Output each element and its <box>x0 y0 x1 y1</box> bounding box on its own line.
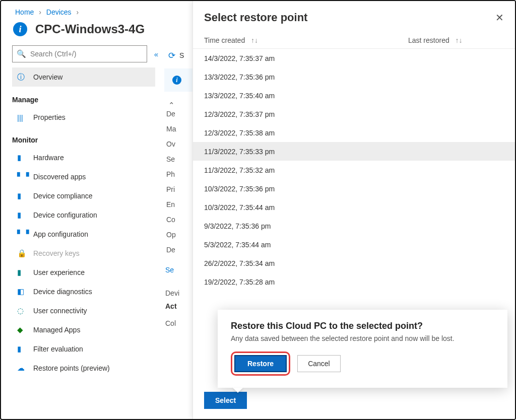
sidebar-item-label: Discovered apps <box>33 173 86 181</box>
sort-icon[interactable]: ↑↓ <box>456 36 463 44</box>
table-header: Time created ↑↓ Last restored ↑↓ <box>193 33 515 49</box>
collapse-sidebar-button[interactable]: « <box>154 50 155 58</box>
sidebar-item-overview[interactable]: ⓘ Overview <box>12 67 155 87</box>
restore-point-row[interactable]: 19/2/2022, 7:35:28 am <box>193 272 515 291</box>
sidebar: 🔍 « ⓘ Overview Manage |||Properties Moni… <box>1 44 160 417</box>
sidebar-item-label: Hardware <box>33 154 64 162</box>
restore-button[interactable]: Restore <box>234 355 287 372</box>
sidebar-item-label: Device compliance <box>33 192 93 200</box>
info-icon: ⓘ <box>17 73 28 82</box>
restore-point-row[interactable]: 10/3/2022, 7:35:44 am <box>193 198 515 217</box>
search-icon: 🔍 <box>17 49 26 58</box>
chevron-right-icon: › <box>77 8 79 16</box>
sidebar-item-label: Overview <box>33 73 62 81</box>
column-time-created[interactable]: Time created <box>204 36 245 44</box>
restore-button-highlight: Restore <box>231 352 290 376</box>
column-last-restored[interactable]: Last restored <box>408 36 449 44</box>
restore-point-row[interactable]: 9/3/2022, 7:35:36 pm <box>193 217 515 235</box>
panel-title: Select restore point <box>204 11 495 24</box>
hardware-icon: ▮ <box>17 153 28 162</box>
cancel-button[interactable]: Cancel <box>297 355 341 372</box>
sidebar-item-restore-points-preview-[interactable]: ☁Restore points (preview) <box>12 359 155 378</box>
sidebar-item-label: Filter evaluation <box>33 345 83 353</box>
sidebar-item-recovery-keys: 🔒Recovery keys <box>12 244 155 263</box>
sidebar-item-filter-evaluation[interactable]: ▮Filter evaluation <box>12 339 155 359</box>
search-input[interactable] <box>29 49 143 58</box>
app-configuration-icon: ▘▝ <box>17 230 28 239</box>
section-heading-monitor: Monitor <box>12 136 155 144</box>
sidebar-item-user-experience[interactable]: ▮User experience <box>12 263 155 282</box>
restore-point-row[interactable]: 14/3/2022, 7:35:37 am <box>193 49 515 67</box>
sidebar-item-label: Device diagnostics <box>33 288 92 296</box>
user-experience-icon: ▮ <box>17 268 28 277</box>
restore-point-row[interactable]: 13/3/2022, 7:35:36 pm <box>193 67 515 86</box>
select-button[interactable]: Select <box>204 392 247 409</box>
chevron-right-icon: › <box>39 8 41 16</box>
restore-point-row[interactable]: 26/2/2022, 7:35:34 am <box>193 254 515 272</box>
restore-point-row[interactable]: 11/3/2022, 7:35:33 pm <box>193 142 515 161</box>
sidebar-item-device-configuration[interactable]: ▮Device configuration <box>12 205 155 225</box>
sidebar-item-label: Device configuration <box>33 211 97 219</box>
sidebar-item-hardware[interactable]: ▮Hardware <box>12 148 155 167</box>
properties-icon: ||| <box>17 113 28 122</box>
sidebar-item-device-compliance[interactable]: ▮Device compliance <box>12 186 155 205</box>
filter-evaluation-icon: ▮ <box>17 344 28 354</box>
sidebar-item-label: App configuration <box>33 230 88 238</box>
close-icon[interactable]: ✕ <box>495 12 504 24</box>
info-icon: i <box>13 22 27 36</box>
sidebar-item-managed-apps[interactable]: ◆Managed Apps <box>12 320 155 339</box>
recovery-keys-icon: 🔒 <box>17 249 28 258</box>
sync-button[interactable]: S <box>179 51 184 59</box>
restore-point-row[interactable]: 11/3/2022, 7:35:32 am <box>193 161 515 179</box>
managed-apps-icon: ◆ <box>17 325 28 334</box>
callout-beak <box>233 388 243 393</box>
sidebar-item-properties[interactable]: |||Properties <box>12 108 155 127</box>
restore-point-row[interactable]: 12/3/2022, 7:35:37 pm <box>193 105 515 123</box>
sidebar-item-label: User experience <box>33 268 85 276</box>
chevron-up-icon[interactable]: ⌃ <box>168 101 175 109</box>
sidebar-item-app-configuration[interactable]: ▘▝App configuration <box>12 225 155 244</box>
user-connectivity-icon: ◌ <box>17 306 28 315</box>
section-heading-manage: Manage <box>12 96 155 104</box>
sidebar-item-label: User connectivity <box>33 307 87 315</box>
confirm-restore-dialog: Restore this Cloud PC to the selected po… <box>218 310 507 388</box>
info-icon: i <box>172 76 181 85</box>
restore-point-row[interactable]: 12/3/2022, 7:35:38 am <box>193 123 515 142</box>
sidebar-item-label: Restore points (preview) <box>33 364 110 372</box>
dialog-message: Any data saved between the selected rest… <box>231 334 494 342</box>
sidebar-item-label: Managed Apps <box>33 326 80 334</box>
dialog-title: Restore this Cloud PC to the selected po… <box>231 321 494 331</box>
refresh-icon[interactable]: ⟳ <box>168 50 175 61</box>
breadcrumb-devices[interactable]: Devices <box>46 8 72 16</box>
search-input-wrap[interactable]: 🔍 <box>12 45 147 62</box>
device-compliance-icon: ▮ <box>17 191 28 200</box>
breadcrumb-home[interactable]: Home <box>15 8 34 16</box>
sidebar-item-label: Recovery keys <box>33 249 80 257</box>
discovered-apps-icon: ▘▝ <box>17 172 28 181</box>
sidebar-item-device-diagnostics[interactable]: ◧Device diagnostics <box>12 282 155 301</box>
sort-icon[interactable]: ↑↓ <box>251 36 258 44</box>
restore-point-row[interactable]: 5/3/2022, 7:35:44 am <box>193 235 515 254</box>
device-configuration-icon: ▮ <box>17 211 28 220</box>
restore-points-icon: ☁ <box>17 364 28 373</box>
restore-point-row[interactable]: 13/3/2022, 7:35:40 am <box>193 86 515 105</box>
sidebar-item-label: Properties <box>33 113 66 121</box>
restore-point-row[interactable]: 10/3/2022, 7:35:36 pm <box>193 179 515 198</box>
device-diagnostics-icon: ◧ <box>17 287 28 296</box>
sidebar-item-user-connectivity[interactable]: ◌User connectivity <box>12 301 155 320</box>
sidebar-item-discovered-apps[interactable]: ▘▝Discovered apps <box>12 167 155 186</box>
